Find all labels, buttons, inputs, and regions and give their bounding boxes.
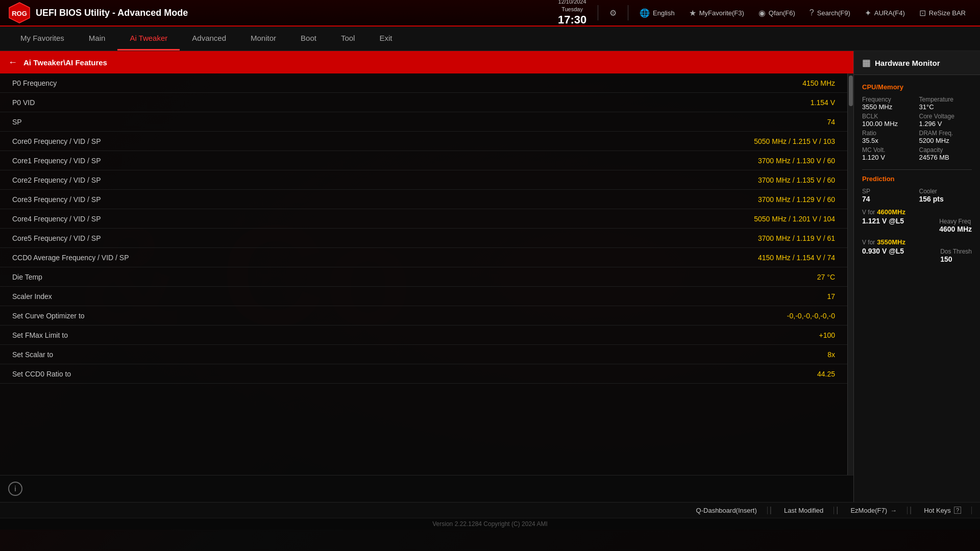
breadcrumb: ← Ai Tweaker\AI Features [0,51,853,73]
setting-row-curve-optimizer[interactable]: Set Curve Optimizer to -0,-0,-0,-0,-0,-0 [0,306,847,325]
v3550-label-row: V for 3550MHz [862,238,972,246]
nav-advanced-label: Advanced [192,34,226,42]
nav-monitor-label: Monitor [251,34,276,42]
setting-row-fmax-limit[interactable]: Set FMax Limit to +100 [0,325,847,345]
v-for-4600-label: V for [862,209,875,216]
nav-tool[interactable]: Tool [329,27,368,51]
setting-row-core2[interactable]: Core2 Frequency / VID / SP 3700 MHz / 1.… [0,170,847,190]
info-icon[interactable]: i [8,482,22,496]
scroll-thumb[interactable] [849,76,853,106]
heavy-freq-label: Heavy Freq [939,218,972,225]
settings-list: P0 Frequency 4150 MHz P0 VID 1.154 V SP … [0,73,847,475]
info-area: i [0,475,853,502]
setting-label-sp: SP [12,118,682,126]
pred-sp-label: SP [862,188,915,195]
nav-exit[interactable]: Exit [367,27,404,51]
toolbar-english[interactable]: 🌐 English [633,5,681,21]
setting-row-core5[interactable]: Core5 Frequency / VID / SP 3700 MHz / 1.… [0,229,847,248]
setting-value-core3: 3700 MHz / 1.129 V / 60 [682,195,835,204]
app-title: UEFI BIOS Utility - Advanced Mode [36,8,188,18]
aura-icon: ✦ [865,8,871,18]
toolbar-myfavorite[interactable]: ★ MyFavorite(F3) [683,5,750,21]
nav-my-favorites[interactable]: My Favorites [8,27,77,51]
nav-ai-tweaker[interactable]: Ai Tweaker [117,27,180,51]
ez-mode-button[interactable]: EzMode(F7) → [840,507,908,514]
v-for-3550-value: 0.930 V @L5 [862,247,904,255]
hot-keys-button[interactable]: Hot Keys ? [914,507,972,514]
setting-row-ccd0-avg[interactable]: CCD0 Average Frequency / VID / SP 4150 M… [0,248,847,267]
q-dashboard-button[interactable]: Q-Dashboard(Insert) [686,507,768,514]
breadcrumb-back-button[interactable]: ← [8,57,17,68]
dos-thresh-value: 150 [940,255,972,263]
setting-value-scalar: 8x [682,350,835,359]
setting-row-core4[interactable]: Core4 Frequency / VID / SP 5050 MHz / 1.… [0,209,847,229]
cpu-memory-section-title: CPU/Memory [862,83,972,91]
navbar: My Favorites Main Ai Tweaker Advanced Mo… [0,27,980,51]
dos-thresh-label: Dos Thresh [940,248,972,255]
breadcrumb-text: Ai Tweaker\AI Features [23,58,107,67]
heavy-freq-cell: Heavy Freq 4600 MHz [939,218,972,233]
setting-label-ccd0-avg: CCD0 Average Frequency / VID / SP [12,254,682,262]
toolbar-resizebar[interactable]: ⊡ ReSize BAR [913,5,972,21]
v-for-4600-value: 1.121 V @L5 [862,217,904,225]
setting-row-scalar[interactable]: Set Scalar to 8x [0,345,847,364]
temperature-label: Temperature [919,96,972,103]
ez-mode-arrow-icon: → [890,507,897,514]
setting-value-ccd0-avg: 4150 MHz / 1.154 V / 74 [682,254,835,262]
toolbar-aura[interactable]: ✦ AURA(F4) [859,5,911,21]
nav-monitor[interactable]: Monitor [238,27,288,51]
frequency-value: 3550 MHz [862,103,915,111]
footer-sep-1: | [770,506,772,515]
setting-row-scaler-index[interactable]: Scaler Index 17 [0,287,847,306]
setting-label-p0-vid: P0 VID [12,98,682,107]
ez-mode-label: EzMode(F7) [850,507,887,514]
hot-keys-question-icon: ? [954,507,961,514]
setting-label-scaler-index: Scaler Index [12,292,682,300]
prediction-section-title: Prediction [862,175,972,183]
capacity-value: 24576 MB [919,154,972,161]
bclk-value: 100.00 MHz [862,120,915,128]
setting-row-ccd0-ratio[interactable]: Set CCD0 Ratio to 44.25 [0,364,847,384]
time-display: 17:30 [552,13,593,28]
v4600-label-row: V for 4600MHz [862,208,972,216]
nav-advanced[interactable]: Advanced [180,27,238,51]
nav-main[interactable]: Main [77,27,118,51]
setting-row-die-temp[interactable]: Die Temp 27 °C [0,267,847,287]
pred-sp-value: 74 [862,195,915,203]
setting-label-fmax-limit: Set FMax Limit to [12,331,682,339]
nav-my-favorites-label: My Favorites [20,34,64,42]
toolbar-qfan[interactable]: ◉ Qfan(F6) [752,5,801,21]
setting-row-p0-freq[interactable]: P0 Frequency 4150 MHz [0,73,847,93]
dram-freq-cell: DRAM Freq. 5200 MHz [919,130,972,144]
sidebar-header: ▦ Hardware Monitor [854,51,980,75]
toolbar-search-label: Search(F9) [817,9,850,17]
nav-boot-label: Boot [301,34,316,42]
date-display: 12/10/2024 Tuesday [552,0,593,13]
setting-label-core4: Core4 Frequency / VID / SP [12,215,682,223]
footer-sep-2: | [836,506,838,515]
ratio-cell: Ratio 35.5x [862,130,915,144]
setting-row-core0[interactable]: Core0 Frequency / VID / SP 5050 MHz / 1.… [0,132,847,151]
nav-tool-label: Tool [341,34,355,42]
setting-row-core1[interactable]: Core1 Frequency / VID / SP 3700 MHz / 1.… [0,151,847,170]
setting-row-core3[interactable]: Core3 Frequency / VID / SP 3700 MHz / 1.… [0,190,847,209]
setting-value-ccd0-ratio: 44.25 [682,370,835,378]
setting-value-p0-vid: 1.154 V [682,98,835,107]
toolbar-search[interactable]: ? Search(F9) [803,5,856,20]
header-bar: ROG UEFI BIOS Utility - Advanced Mode 12… [0,0,980,27]
toolbar-aura-label: AURA(F4) [874,9,905,17]
sidebar-title: Hardware Monitor [875,59,940,67]
setting-row-sp[interactable]: SP 74 [0,112,847,132]
toolbar-divider-1 [598,5,598,20]
last-modified-button[interactable]: Last Modified [774,507,834,514]
setting-label-p0-freq: P0 Frequency [12,79,682,87]
scroll-track[interactable] [847,73,853,475]
rog-logo-icon: ROG [8,2,31,24]
toolbar-settings[interactable]: ⚙ [603,5,623,21]
setting-value-fmax-limit: +100 [682,331,835,339]
setting-label-core3: Core3 Frequency / VID / SP [12,195,682,204]
fan-icon: ◉ [758,8,766,18]
setting-row-p0-vid[interactable]: P0 VID 1.154 V [0,93,847,112]
datetime-display: 12/10/2024 Tuesday 17:30 [552,0,593,28]
nav-boot[interactable]: Boot [288,27,329,51]
